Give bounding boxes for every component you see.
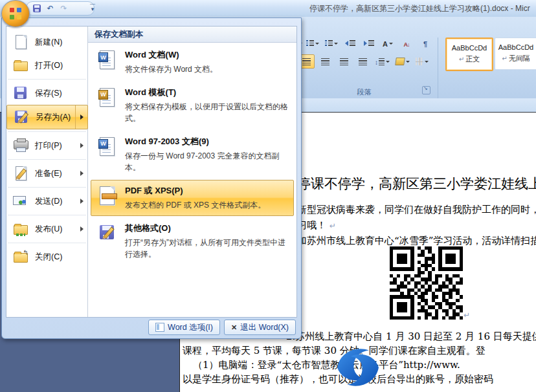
group-separator xyxy=(438,38,438,105)
close-icon xyxy=(231,323,237,332)
word-template-icon xyxy=(96,87,118,109)
paragraph-group: 段落 xyxy=(298,36,434,96)
menu-separator xyxy=(8,159,86,160)
style-no-spacing[interactable]: AaBbCcDd ↵无间隔 xyxy=(495,38,536,70)
undo-icon[interactable] xyxy=(45,4,55,14)
show-hide-paragraph-button[interactable] xyxy=(417,36,434,50)
word-options-button[interactable]: Word 选项(I) xyxy=(148,320,220,335)
office-menu-left-column: 新建(N) 打开(O) 保存(S) 另存为(A) xyxy=(6,27,88,317)
prepare-icon xyxy=(13,166,28,181)
qr-code xyxy=(390,246,463,320)
title-bar: 停课不停学，高新区第三小学娄江娃线上学习攻略(1).docx - Micr xyxy=(0,0,536,17)
submenu-header: 保存文档副本 xyxy=(88,27,296,43)
style-normal[interactable]: AaBbCcDd ↵正文 xyxy=(445,38,493,71)
send-icon xyxy=(13,193,28,209)
submenu-arrow-icon xyxy=(80,114,84,120)
word-window: 停课不停学，高新区第三小学娄江娃线上学习攻略(1).docx - Micr xyxy=(0,0,536,392)
office-button[interactable] xyxy=(1,0,30,27)
paragraph-mark: ↵ xyxy=(329,221,336,230)
save-icon xyxy=(13,85,28,101)
style-preview: AaBbCcDd xyxy=(447,44,492,52)
menu-item-open[interactable]: 打开(O) xyxy=(6,54,87,77)
word-document-icon xyxy=(96,49,118,71)
submenu-item-other-formats[interactable]: 其他格式(O) 打开“另存为”对话框，从所有可用文件类型中进行选择。 xyxy=(91,217,294,265)
options-icon xyxy=(155,323,164,332)
pilcrow-icon: ↵ xyxy=(459,56,464,63)
menu-item-close[interactable]: 关闭(C) xyxy=(6,245,87,268)
customize-qat-icon[interactable] xyxy=(88,1,97,13)
increase-indent-button[interactable] xyxy=(361,36,377,50)
submenu-item-word-template[interactable]: Word 模板(T) 将文档保存为模板，以便用于设置以后文档的格式。 xyxy=(91,82,294,129)
shading-button[interactable] xyxy=(394,54,412,69)
menu-item-prepare[interactable]: 准备(E) xyxy=(6,162,87,185)
style-label: 正文 xyxy=(465,55,480,63)
align-right-button[interactable] xyxy=(335,54,352,69)
submenu-item-word-97-2003[interactable]: Word 97-2003 文档(9) 保存一份与 Word 97-2003 完全… xyxy=(91,131,294,179)
menu-item-publish[interactable]: 发布(U) xyxy=(6,217,87,241)
window-title: 停课不停学，高新区第三小学娄江娃线上学习攻略(1).docx - Micr xyxy=(309,3,530,14)
doc-paragraph: 加苏州市线上教育中心“冰雪季”学习活动，活动详情扫描二 xyxy=(297,235,536,247)
submenu-arrow-icon xyxy=(80,171,84,176)
menu-item-new[interactable]: 新建(N) xyxy=(6,30,87,54)
quick-access-toolbar xyxy=(26,1,95,16)
save-as-icon xyxy=(14,109,29,125)
open-folder-icon xyxy=(13,58,28,73)
exit-word-button[interactable]: 退出 Word(X) xyxy=(224,320,296,335)
paragraph-dialog-launcher-icon[interactable] xyxy=(422,86,430,94)
other-formats-icon xyxy=(96,223,118,245)
menu-separator xyxy=(8,215,86,215)
decrease-indent-button[interactable] xyxy=(342,36,359,50)
word-97-2003-icon xyxy=(96,136,118,158)
redo-icon[interactable] xyxy=(59,4,69,14)
doc-paragraph: 2.苏州线上教育中心自 1 月 30 日起至 2 月 16 日每天提供小学一至 xyxy=(286,331,536,343)
menu-separator xyxy=(8,243,86,243)
paragraph-mark: ↵ xyxy=(463,310,470,320)
submenu-item-pdf-xps[interactable]: PDF 或 XPS(P) 发布文档的 PDF 或 XPS 文件格式副本。 xyxy=(91,180,294,216)
justify-button[interactable] xyxy=(354,54,371,69)
asian-layout-button[interactable] xyxy=(379,36,396,50)
paragraph-group-label: 段落 xyxy=(357,88,372,96)
doc-heading: 停课不停学，高新区第三小学娄江娃线上学 xyxy=(297,175,536,193)
printer-icon xyxy=(13,138,28,153)
menu-item-save[interactable]: 保存(S) xyxy=(6,82,87,105)
swirl-watermark-logo xyxy=(328,343,388,392)
submenu-arrow-icon xyxy=(80,143,84,148)
numbering-button[interactable] xyxy=(304,36,321,50)
pilcrow-icon: ↵ xyxy=(502,55,507,62)
close-folder-icon xyxy=(13,249,28,265)
save-as-submenu: 保存文档副本 Word 文档(W) 将文件保存为 Word 文档。 Word 模… xyxy=(88,27,296,317)
save-icon[interactable] xyxy=(32,4,41,14)
office-menu: 新建(N) 打开(O) 保存(S) 另存为(A) xyxy=(1,17,302,339)
submenu-arrow-icon xyxy=(80,226,84,232)
borders-button[interactable] xyxy=(414,54,430,69)
align-center-button[interactable] xyxy=(317,54,333,69)
menu-separator xyxy=(8,187,86,188)
sort-button[interactable] xyxy=(398,36,415,50)
doc-paragraph: （1）电脑端：登录“太仓市智慧教育云服务平台”http://www. xyxy=(193,359,460,371)
submenu-arrow-icon xyxy=(80,199,84,204)
line-spacing-button[interactable] xyxy=(373,54,392,69)
menu-separator xyxy=(8,79,86,80)
menu-item-save-as[interactable]: 另存为(A) xyxy=(6,105,88,129)
submenu-item-word-document[interactable]: Word 文档(W) 将文件保存为 Word 文档。 xyxy=(91,44,294,80)
new-document-icon xyxy=(13,34,28,50)
style-label: 无间隔 xyxy=(509,54,530,62)
doc-paragraph: 新型冠状病毒来袭，同学们在做好自我防护工作的同时，可以 xyxy=(297,204,536,216)
menu-item-print[interactable]: 打印(P) xyxy=(6,134,87,157)
doc-paragraph: 习哦！ ↵ xyxy=(297,219,336,232)
office-menu-footer: Word 选项(I) 退出 Word(X) xyxy=(6,319,297,336)
style-preview: AaBbCcDd xyxy=(495,43,536,51)
office-logo-icon xyxy=(10,8,21,19)
menu-separator xyxy=(8,131,86,132)
multilevel-list-button[interactable] xyxy=(323,36,340,50)
publish-icon xyxy=(13,221,28,237)
pdf-xps-icon xyxy=(96,185,118,207)
menu-item-send[interactable]: 发送(D) xyxy=(6,190,87,213)
